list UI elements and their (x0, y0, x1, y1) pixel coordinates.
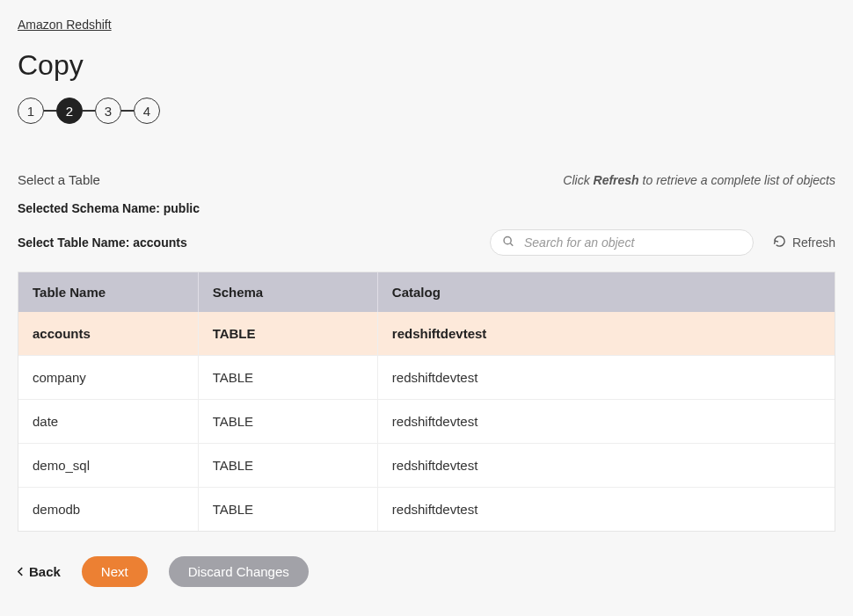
refresh-label: Refresh (792, 236, 835, 250)
table-container: Table Name Schema Catalog accountsTABLEr… (18, 272, 835, 532)
cell-schema: TABLE (198, 312, 377, 356)
refresh-hint-bold: Refresh (594, 173, 639, 187)
next-button[interactable]: Next (82, 556, 148, 587)
cell-schema: TABLE (198, 356, 377, 400)
back-label: Back (29, 564, 61, 579)
discard-changes-button[interactable]: Discard Changes (169, 556, 309, 587)
cell-name: demodb (18, 488, 198, 532)
cell-schema: TABLE (198, 488, 377, 532)
section-title: Select a Table (18, 172, 100, 187)
cell-catalog: redshiftdevtest (377, 312, 835, 356)
step-1[interactable]: 1 (18, 98, 44, 124)
step-connector (121, 110, 134, 112)
table-row[interactable]: demo_sqlTABLEredshiftdevtest (18, 444, 835, 488)
footer-actions: Back Next Discard Changes (18, 556, 835, 587)
step-4[interactable]: 4 (134, 98, 160, 124)
column-header-catalog[interactable]: Catalog (377, 272, 835, 312)
cell-name: accounts (18, 312, 198, 356)
table-row[interactable]: dateTABLEredshiftdevtest (18, 400, 835, 444)
cell-catalog: redshiftdevtest (377, 444, 835, 488)
cell-name: date (18, 400, 198, 444)
stepper: 1234 (18, 98, 835, 124)
cell-catalog: redshiftdevtest (377, 356, 835, 400)
step-3[interactable]: 3 (95, 98, 121, 124)
search-input[interactable] (490, 229, 754, 256)
refresh-hint-prefix: Click (563, 173, 593, 187)
refresh-hint-suffix: to retrieve a complete list of objects (639, 173, 835, 187)
step-2[interactable]: 2 (56, 98, 83, 124)
column-header-table-name[interactable]: Table Name (18, 272, 198, 312)
cell-schema: TABLE (198, 444, 377, 488)
breadcrumb-amazon-redshift[interactable]: Amazon Redshift (18, 18, 112, 32)
cell-catalog: redshiftdevtest (377, 400, 835, 444)
cell-schema: TABLE (198, 400, 377, 444)
table-row[interactable]: companyTABLEredshiftdevtest (18, 356, 835, 400)
step-connector (44, 110, 56, 112)
table-row[interactable]: demodbTABLEredshiftdevtest (18, 488, 835, 532)
tables-list: Table Name Schema Catalog accountsTABLEr… (18, 272, 835, 531)
refresh-icon (773, 235, 786, 250)
page-title: Copy (18, 49, 835, 82)
refresh-hint: Click Refresh to retrieve a complete lis… (563, 173, 835, 187)
refresh-button[interactable]: Refresh (773, 235, 835, 250)
column-header-schema[interactable]: Schema (198, 272, 377, 312)
cell-name: demo_sql (18, 444, 198, 488)
table-row[interactable]: accountsTABLEredshiftdevtest (18, 312, 835, 356)
back-button[interactable]: Back (18, 564, 61, 579)
cell-catalog: redshiftdevtest (377, 488, 835, 532)
select-table-name: Select Table Name: accounts (18, 236, 187, 250)
selected-schema-name: Selected Schema Name: public (18, 201, 835, 215)
step-connector (83, 110, 95, 112)
table-header-row: Table Name Schema Catalog (18, 272, 835, 312)
chevron-left-icon (18, 564, 24, 579)
cell-name: company (18, 356, 198, 400)
